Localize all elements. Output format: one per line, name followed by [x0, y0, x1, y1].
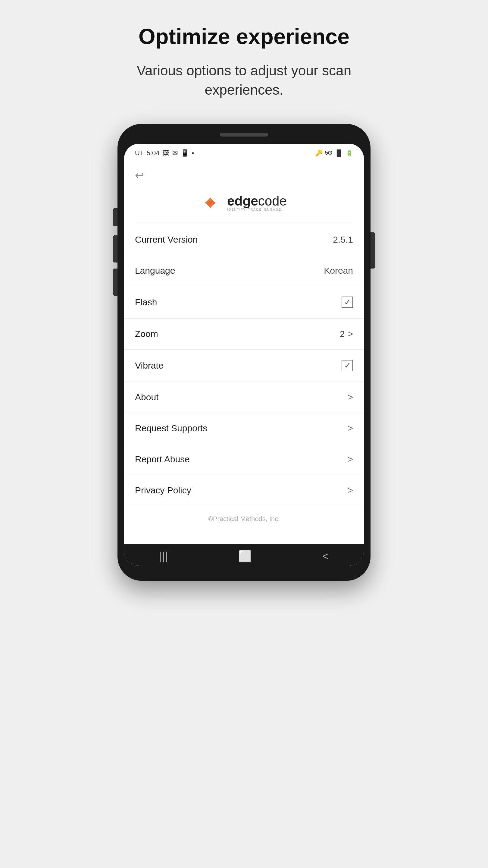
- vibrate-label: Vibrate: [135, 361, 164, 371]
- nav-back-icon[interactable]: <: [322, 550, 329, 563]
- dot-indicator: •: [192, 149, 194, 157]
- logo-code-text: code: [258, 193, 287, 208]
- carrier-label: U+: [135, 149, 144, 157]
- settings-item-report-abuse[interactable]: Report Abuse >: [124, 444, 364, 475]
- zoom-value: 2 >: [340, 329, 353, 339]
- logo-row: edgecode IDENTIFY. TRACE. ENGAGE.: [201, 194, 287, 212]
- mail-icon: ✉: [172, 149, 178, 157]
- status-bar: U+ 5:04 🖼 ✉ 📱 • 🔑 5G ▐▌ 🔋: [124, 144, 364, 160]
- phone-icon: 📱: [181, 149, 189, 157]
- footer-copyright: ©Practical Methods, Inc.: [124, 506, 364, 535]
- signal-icon: ▐▌: [335, 150, 343, 156]
- settings-item-zoom[interactable]: Zoom 2 >: [124, 318, 364, 350]
- app-content: ↩: [124, 160, 364, 544]
- settings-list: Current Version 2.5.1 Language Korean Fl…: [124, 224, 364, 506]
- version-value: 2.5.1: [333, 235, 353, 245]
- time-label: 5:04: [147, 149, 160, 157]
- about-chevron-icon: >: [348, 392, 353, 402]
- report-abuse-label: Report Abuse: [135, 454, 190, 464]
- status-bar-right: 🔑 5G ▐▌ 🔋: [315, 150, 353, 157]
- logo-edge-text: edge: [227, 193, 258, 208]
- settings-item-language[interactable]: Language Korean: [124, 255, 364, 286]
- photo-icon: 🖼: [163, 149, 169, 157]
- edgecode-logo-icon: [201, 194, 219, 212]
- page-title: Optimize experience: [138, 24, 350, 49]
- settings-item-privacy-policy[interactable]: Privacy Policy >: [124, 475, 364, 506]
- volume-mute-button: [113, 208, 118, 226]
- request-supports-label: Request Supports: [135, 423, 207, 433]
- phone-speaker: [220, 133, 268, 136]
- page-subtitle: Various options to adjust your scan expe…: [108, 61, 380, 100]
- edgecode-logo: edgecode IDENTIFY. TRACE. ENGAGE.: [201, 194, 287, 212]
- zoom-label: Zoom: [135, 329, 158, 339]
- version-label: Current Version: [135, 235, 198, 245]
- report-abuse-chevron-icon: >: [348, 454, 353, 464]
- logo-tagline: IDENTIFY. TRACE. ENGAGE.: [227, 208, 287, 211]
- settings-item-flash[interactable]: Flash ✓: [124, 286, 364, 318]
- status-bar-left: U+ 5:04 🖼 ✉ 📱 •: [135, 149, 194, 157]
- about-label: About: [135, 392, 158, 402]
- settings-item-vibrate[interactable]: Vibrate ✓: [124, 350, 364, 382]
- nav-home-icon[interactable]: ⬜: [238, 550, 252, 563]
- back-button[interactable]: ↩: [124, 166, 364, 185]
- battery-icon: 🔋: [346, 150, 353, 157]
- logo-area: edgecode IDENTIFY. TRACE. ENGAGE.: [124, 185, 364, 224]
- settings-item-request-supports[interactable]: Request Supports >: [124, 413, 364, 444]
- settings-item-version: Current Version 2.5.1: [124, 224, 364, 255]
- logo-text-area: edgecode IDENTIFY. TRACE. ENGAGE.: [227, 194, 287, 211]
- volume-down-button: [113, 269, 118, 296]
- phone-frame: U+ 5:04 🖼 ✉ 📱 • 🔑 5G ▐▌ 🔋 ↩: [118, 124, 370, 581]
- nav-menu-icon[interactable]: |||: [159, 550, 168, 563]
- key-icon: 🔑: [315, 150, 323, 157]
- flash-label: Flash: [135, 297, 157, 307]
- network-5g-icon: 5G: [325, 150, 332, 156]
- settings-item-about[interactable]: About >: [124, 382, 364, 413]
- phone-screen: U+ 5:04 🖼 ✉ 📱 • 🔑 5G ▐▌ 🔋 ↩: [124, 144, 364, 566]
- nav-bar: ||| ⬜ <: [124, 544, 364, 566]
- zoom-chevron-icon: >: [348, 329, 353, 339]
- language-value: Korean: [324, 266, 353, 276]
- power-button: [370, 232, 375, 269]
- flash-checkbox[interactable]: ✓: [341, 297, 353, 308]
- volume-up-button: [113, 236, 118, 262]
- request-supports-chevron-icon: >: [348, 423, 353, 433]
- vibrate-checkbox[interactable]: ✓: [341, 360, 353, 371]
- privacy-policy-label: Privacy Policy: [135, 485, 191, 495]
- privacy-policy-chevron-icon: >: [348, 485, 353, 495]
- language-label: Language: [135, 266, 175, 276]
